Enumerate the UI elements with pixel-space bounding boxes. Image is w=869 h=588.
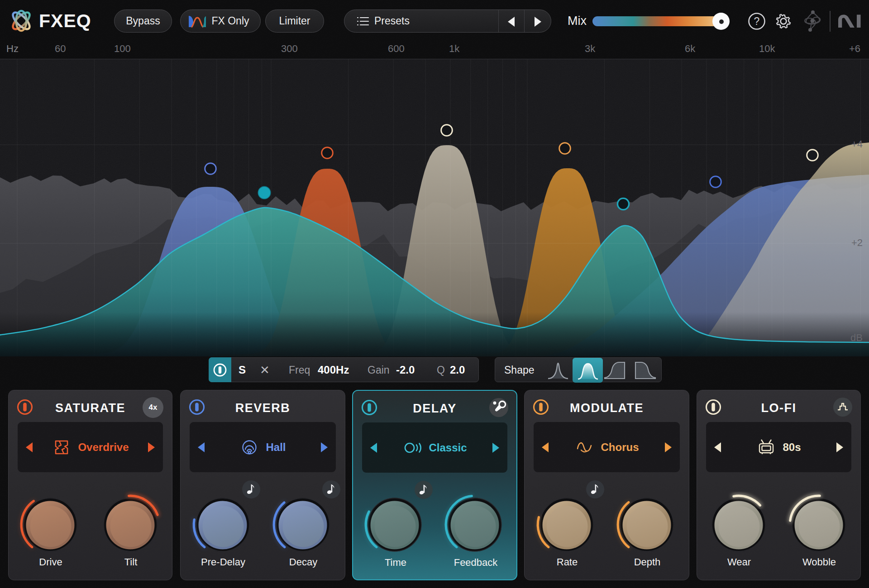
svg-text:dB: dB <box>850 332 863 343</box>
svg-text:+2: +2 <box>851 237 863 248</box>
svg-text:?: ? <box>754 15 760 27</box>
svg-text:+4: +4 <box>851 138 863 150</box>
